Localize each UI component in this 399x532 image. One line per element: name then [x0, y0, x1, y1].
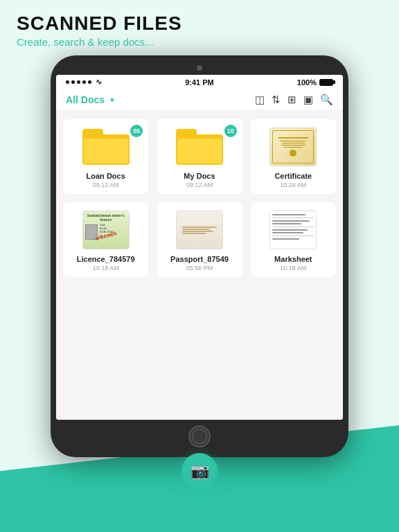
status-left: ∿ — [66, 78, 102, 87]
file-name: My Docs — [184, 172, 215, 180]
file-time: 05:56 PM — [186, 265, 213, 272]
file-name: Certificate — [274, 172, 312, 180]
home-button[interactable] — [188, 425, 211, 447]
file-grid: Loan Docs 09:12 AM 05 My Docs 09:12 AM 1… — [56, 111, 343, 420]
file-item-certificate[interactable]: Certificate 10:24 AM — [251, 119, 336, 194]
signal-dot-1 — [66, 80, 69, 84]
file-badge: 10 — [224, 125, 237, 137]
marksheet-thumb — [269, 211, 317, 249]
file-thumbnail — [82, 126, 130, 168]
wifi-icon: ∿ — [96, 78, 102, 87]
file-time: 10:18 AM — [280, 265, 306, 272]
nav-bar: All Docs ▼ ◫ ⇅ ⊞ ▣ 🔍 — [56, 89, 343, 111]
search-icon[interactable]: 🔍 — [320, 94, 333, 106]
home-button-wrap — [188, 425, 211, 447]
tablet-screen: ∿ 9:41 PM 100% All Docs ▼ ◫ ⇅ ⊞ ▣ 🔍 — [56, 75, 343, 420]
add-folder-icon[interactable]: ◫ — [255, 94, 265, 106]
file-item-my-docs[interactable]: My Docs 09:12 AM 10 — [157, 119, 242, 194]
battery-icon — [319, 79, 333, 86]
file-time: 09:12 AM — [186, 181, 213, 188]
status-right: 100% — [297, 78, 333, 87]
camera-dot — [197, 65, 202, 71]
sort-icon[interactable]: ⇅ — [272, 94, 281, 106]
file-item-marksheet[interactable]: Marksheet 10:18 AM — [251, 202, 336, 277]
file-time: 10:24 AM — [280, 181, 306, 188]
signal-dot-5 — [88, 80, 91, 84]
signal-dot-4 — [82, 80, 86, 84]
page-subtitle: Create, search & keep docs... — [17, 36, 182, 48]
battery-percent: 100% — [297, 78, 317, 87]
checklist-icon[interactable]: ▣ — [303, 94, 313, 106]
status-bar: ∿ 9:41 PM 100% — [56, 75, 343, 89]
file-thumbnail — [269, 209, 317, 251]
file-item-licence[interactable]: Saskatchewan driver's licence Jane Smith… — [63, 202, 148, 277]
folder-icon — [176, 129, 223, 165]
file-name: Loan Docs — [87, 172, 125, 180]
file-thumbnail — [175, 126, 224, 168]
licence-thumb: Saskatchewan driver's licence Jane Smith… — [82, 211, 130, 249]
all-docs-label[interactable]: All Docs — [66, 94, 105, 105]
file-badge: 05 — [130, 125, 143, 137]
grid-icon[interactable]: ⊞ — [287, 94, 296, 106]
file-item-loan-docs[interactable]: Loan Docs 09:12 AM 05 — [63, 119, 148, 194]
signal-dot-3 — [77, 80, 80, 84]
file-thumbnail: Saskatchewan driver's licence Jane Smith… — [82, 209, 130, 251]
camera-fab-icon: 📷 — [190, 462, 209, 480]
file-name: Licence_784579 — [77, 255, 135, 263]
nav-chevron-icon[interactable]: ▼ — [109, 96, 116, 104]
battery-fill — [320, 80, 332, 85]
home-button-inner — [192, 429, 207, 444]
status-time: 9:41 PM — [185, 78, 214, 87]
passport-thumb — [176, 211, 223, 249]
file-time: 10:18 AM — [93, 265, 119, 272]
folder-icon — [82, 129, 130, 165]
page-title: SCANNED FILES — [17, 12, 182, 35]
certificate-thumb — [269, 127, 317, 166]
page-header: SCANNED FILES Create, search & keep docs… — [17, 12, 182, 48]
file-thumbnail — [269, 126, 317, 168]
tablet-device: ∿ 9:41 PM 100% All Docs ▼ ◫ ⇅ ⊞ ▣ 🔍 — [51, 55, 348, 457]
file-thumbnail — [175, 209, 224, 251]
file-name: Passport_87549 — [170, 255, 229, 263]
camera-fab[interactable]: 📷 — [181, 453, 218, 489]
file-time: 09:12 AM — [93, 181, 119, 188]
signal-dot-2 — [71, 80, 75, 84]
file-item-passport[interactable]: Passport_87549 05:56 PM — [157, 202, 242, 277]
nav-right: ◫ ⇅ ⊞ ▣ 🔍 — [255, 94, 333, 106]
file-name: Marksheet — [274, 255, 312, 263]
nav-left[interactable]: All Docs ▼ — [66, 94, 116, 105]
